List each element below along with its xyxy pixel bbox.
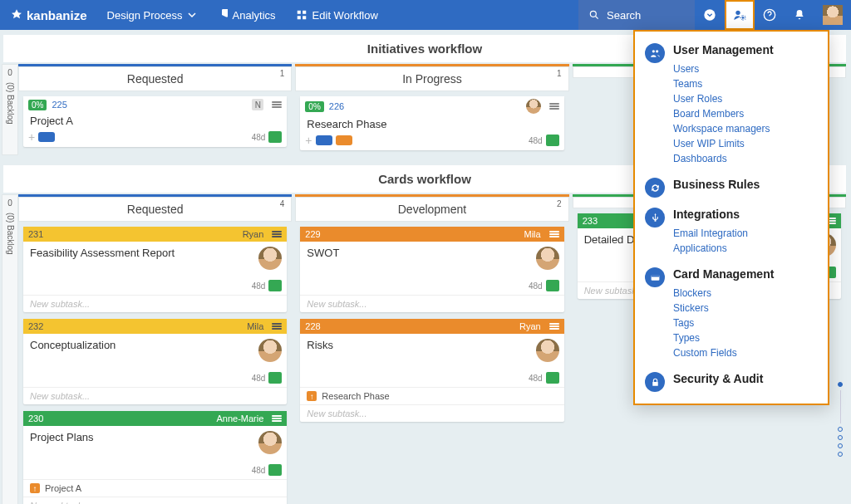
status-indicator bbox=[268, 464, 282, 476]
card-menu-icon[interactable] bbox=[549, 231, 559, 237]
backlog-column[interactable]: 0 (0) Backlog bbox=[2, 64, 18, 155]
column-header[interactable]: Requested 1 bbox=[18, 66, 292, 91]
dropdown-section: User Management UsersTeamsUser RolesBoar… bbox=[635, 40, 828, 174]
workspace-selector[interactable]: Design Process bbox=[97, 9, 206, 22]
dropdown-link[interactable]: User WIP Limits bbox=[673, 136, 816, 151]
initiative-card[interactable]: 0% 226 Research Phase + 48d bbox=[300, 96, 563, 150]
card-id: 231 bbox=[28, 229, 43, 239]
svg-point-1 bbox=[704, 9, 715, 20]
assignee-initials: N bbox=[252, 99, 263, 110]
card-menu-icon[interactable] bbox=[272, 101, 282, 108]
column-name: Development bbox=[398, 203, 467, 216]
search-box[interactable]: Search bbox=[578, 0, 695, 30]
progress-badge: 0% bbox=[28, 100, 47, 110]
assignee-name: Mila bbox=[247, 321, 263, 331]
dropdown-link[interactable]: Stickers bbox=[673, 301, 816, 316]
brand-logo[interactable]: kanbanize bbox=[0, 8, 97, 22]
dropdown-link[interactable]: Blockers bbox=[673, 286, 816, 301]
initiative-card[interactable]: 0% 225 N Project A + 48d bbox=[23, 96, 287, 147]
dropdown-link[interactable]: Teams bbox=[673, 76, 816, 91]
dropdown-link[interactable]: Workspace managers bbox=[673, 121, 816, 136]
assignee-avatar bbox=[526, 99, 541, 114]
task-card[interactable]: 229 Mila SWOT 48d New subtask... bbox=[300, 227, 563, 312]
status-indicator bbox=[546, 372, 559, 384]
dropdown-link[interactable]: Types bbox=[673, 330, 816, 345]
task-card[interactable]: 231 Ryan Feasibility Assessment Report 4… bbox=[23, 227, 287, 312]
dropdown-link[interactable]: Board Members bbox=[673, 106, 816, 121]
card-menu-icon[interactable] bbox=[272, 231, 282, 237]
new-subtask-input[interactable]: New subtask... bbox=[300, 404, 563, 422]
card-id: 233 bbox=[583, 216, 598, 226]
dropdown-link[interactable]: User Roles bbox=[673, 91, 816, 106]
dropdown-section-title[interactable]: Integrations bbox=[673, 208, 816, 221]
dropdown-link[interactable]: Applications bbox=[673, 241, 816, 256]
dropdown-section-title[interactable]: Security & Audit bbox=[673, 372, 816, 385]
edit-workflow-link[interactable]: Edit Workflow bbox=[286, 9, 388, 22]
status-indicator bbox=[268, 131, 282, 143]
dropdown-link[interactable]: Custom Fields bbox=[673, 345, 816, 360]
card-menu-icon[interactable] bbox=[272, 415, 282, 422]
card-id: 232 bbox=[28, 321, 43, 331]
subtask[interactable]: ↑Research Phase bbox=[300, 387, 563, 404]
arrow-up-icon: ↑ bbox=[307, 391, 317, 401]
add-icon[interactable]: + bbox=[28, 130, 35, 144]
workspace-name: Design Process bbox=[107, 9, 183, 22]
column-name: Requested bbox=[127, 203, 184, 216]
user-avatar[interactable] bbox=[823, 5, 843, 25]
assignee-name: Ryan bbox=[519, 321, 541, 331]
dropdown-section-title[interactable]: Card Management bbox=[673, 267, 816, 281]
backlog-label: (0) Backlog bbox=[6, 82, 15, 125]
scroll-indicator bbox=[834, 382, 846, 457]
card-icon bbox=[645, 267, 665, 287]
add-icon[interactable]: + bbox=[305, 134, 312, 147]
arrow-up-icon: ↑ bbox=[30, 483, 40, 493]
dropdown-link[interactable]: Users bbox=[673, 61, 816, 76]
dropdown-section-title[interactable]: Business Rules bbox=[673, 178, 816, 191]
assignee-name: Anne-Marie bbox=[216, 413, 263, 423]
dropdown-section-title[interactable]: User Management bbox=[673, 43, 816, 56]
topbar: kanbanize Design Process Analytics Edit … bbox=[0, 0, 851, 30]
card-id: 226 bbox=[329, 101, 344, 111]
pie-chart-icon bbox=[216, 9, 228, 21]
new-subtask-input[interactable]: New subtask... bbox=[300, 295, 563, 312]
backlog-count: 0 bbox=[7, 68, 12, 77]
subtask[interactable]: ↑Project A bbox=[23, 479, 287, 497]
card-menu-icon[interactable] bbox=[549, 103, 559, 110]
card-menu-icon[interactable] bbox=[272, 323, 282, 330]
dropdown-section: Security & Audit bbox=[635, 369, 828, 399]
new-subtask-input[interactable]: New subtask... bbox=[23, 295, 287, 312]
column-header[interactable]: Requested 4 bbox=[18, 197, 292, 222]
card-age: 48d bbox=[252, 281, 266, 291]
analytics-link[interactable]: Analytics bbox=[206, 9, 286, 22]
notifications-button[interactable] bbox=[785, 0, 814, 30]
users-icon bbox=[645, 43, 665, 63]
svg-point-6 bbox=[656, 50, 658, 52]
lock-icon bbox=[645, 372, 665, 392]
column-header[interactable]: In Progress 1 bbox=[295, 66, 568, 91]
kanban-column: Development 2 229 Mila SWOT 48d New subt… bbox=[295, 194, 568, 504]
dropdown-toggle[interactable] bbox=[695, 0, 725, 30]
dropdown-link[interactable]: Email Integration bbox=[673, 226, 816, 241]
backlog-column[interactable]: 0 (0) Backlog bbox=[2, 194, 18, 504]
task-card[interactable]: 230 Anne-Marie Project Plans 48d ↑Projec… bbox=[23, 411, 287, 504]
help-icon bbox=[763, 8, 776, 22]
dropdown-link[interactable]: Tags bbox=[673, 316, 816, 330]
new-subtask-input[interactable]: New subtask... bbox=[23, 387, 287, 404]
card-menu-icon[interactable] bbox=[549, 323, 559, 330]
assignee-avatar bbox=[536, 339, 559, 362]
task-card[interactable]: 228 Ryan Risks 48d ↑Research PhaseNew su… bbox=[300, 319, 563, 422]
workflow-icon bbox=[296, 9, 307, 21]
edit-workflow-label: Edit Workflow bbox=[312, 9, 378, 22]
task-card[interactable]: 232 Mila Conceptualization 48d New subta… bbox=[23, 319, 287, 404]
refresh-icon bbox=[645, 178, 665, 198]
backlog-count: 0 bbox=[7, 198, 12, 208]
help-button[interactable] bbox=[755, 0, 785, 30]
column-count: 4 bbox=[280, 199, 285, 208]
column-header[interactable]: Development 2 bbox=[295, 197, 568, 222]
chevron-down-circle-icon bbox=[703, 8, 716, 22]
new-subtask-input[interactable]: New subtask... bbox=[23, 497, 287, 504]
dropdown-link[interactable]: Dashboards bbox=[673, 151, 816, 166]
assignee-avatar bbox=[536, 247, 559, 270]
admin-settings-button[interactable] bbox=[725, 0, 755, 30]
card-age: 48d bbox=[529, 374, 543, 383]
